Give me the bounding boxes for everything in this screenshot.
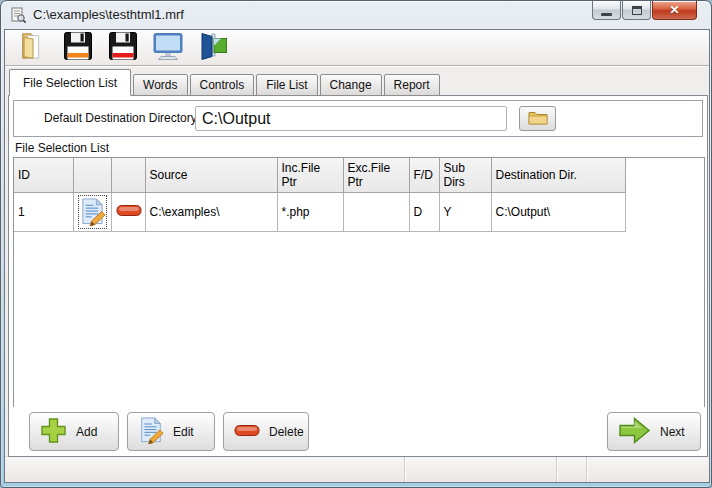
tab-words[interactable]: Words xyxy=(133,74,187,96)
maximize-icon xyxy=(632,6,642,15)
exit-button[interactable] xyxy=(193,31,233,65)
file-selection-panel: Default Destination Directory File Selec… xyxy=(8,95,708,457)
column-f-d: F/D xyxy=(409,158,439,192)
next-arrow-icon xyxy=(618,416,651,448)
client-area: File Selection List Words Controls File … xyxy=(4,29,710,483)
add-button[interactable]: Add xyxy=(29,412,119,451)
status-bar xyxy=(5,456,709,482)
minimize-button[interactable] xyxy=(592,1,621,20)
app-window: C:\examples\testhtml1.mrf ✕ xyxy=(0,0,712,488)
row-inc-file-ptr-cell: *.php xyxy=(277,192,343,231)
row-destination-dir-cell: C:\Output\ xyxy=(491,192,625,231)
file-selection-list-label: File Selection List xyxy=(15,141,109,155)
destination-directory-label: Default Destination Directory xyxy=(44,101,197,136)
toolbar xyxy=(5,30,709,66)
column-id: ID xyxy=(14,158,73,192)
file-selection-table: ID Source Inc.File Ptr Exc.File Ptr F/D … xyxy=(13,157,705,409)
tab-bar: File Selection List Words Controls File … xyxy=(9,69,442,96)
status-panel xyxy=(557,457,587,482)
tab-file-list[interactable]: File List xyxy=(256,74,317,96)
row-id-cell: 1 xyxy=(14,192,73,231)
window-title: C:\examples\testhtml1.mrf xyxy=(33,7,184,22)
row-sub-dirs-cell: Y xyxy=(439,192,491,231)
maximize-button[interactable] xyxy=(622,1,651,20)
row-source-cell: C:\examples\ xyxy=(145,192,277,231)
title-bar: C:\examples\testhtml1.mrf ✕ xyxy=(1,1,711,29)
table-row[interactable]: 1 xyxy=(14,192,625,231)
add-button-label: Add xyxy=(76,425,97,439)
tab-controls[interactable]: Controls xyxy=(190,74,255,96)
tab-change[interactable]: Change xyxy=(320,74,382,96)
save-floppy-orange-icon xyxy=(62,30,94,65)
view-button[interactable] xyxy=(148,31,188,65)
delete-minus-icon[interactable] xyxy=(116,206,142,220)
row-edit-cell[interactable] xyxy=(73,192,111,231)
close-button[interactable]: ✕ xyxy=(652,1,697,20)
column-sub-dirs: Sub Dirs xyxy=(439,158,491,192)
row-delete-cell[interactable] xyxy=(111,192,145,231)
status-panel xyxy=(587,457,709,482)
table-header-row: ID Source Inc.File Ptr Exc.File Ptr F/D … xyxy=(14,158,625,192)
column-exc-file-ptr: Exc.File Ptr xyxy=(343,158,409,192)
folder-icon xyxy=(528,110,548,128)
column-destination-dir: Destination Dir. xyxy=(491,158,625,192)
column-inc-file-ptr: Inc.File Ptr xyxy=(277,158,343,192)
browse-button[interactable] xyxy=(519,106,556,131)
row-exc-file-ptr-cell xyxy=(343,192,409,231)
column-delete xyxy=(111,158,145,192)
edit-document-icon xyxy=(138,416,164,448)
tab-report[interactable]: Report xyxy=(384,74,440,96)
tab-file-selection-list[interactable]: File Selection List xyxy=(9,69,131,96)
open-file-button[interactable] xyxy=(13,31,53,65)
edit-button[interactable]: Edit xyxy=(127,412,215,451)
folder-open-icon xyxy=(18,31,48,64)
delete-minus-icon xyxy=(234,424,260,440)
app-icon xyxy=(10,7,27,28)
destination-directory-input[interactable] xyxy=(195,106,507,131)
monitor-icon xyxy=(151,30,185,65)
edit-document-icon[interactable] xyxy=(78,195,107,229)
plus-icon xyxy=(40,417,67,447)
save-floppy-red-icon xyxy=(107,30,139,65)
next-button[interactable]: Next xyxy=(607,412,701,451)
action-button-row: Add xyxy=(9,407,707,456)
close-icon: ✕ xyxy=(669,2,679,19)
row-f-d-cell: D xyxy=(409,192,439,231)
destination-directory-group: Default Destination Directory xyxy=(13,100,703,137)
minimize-icon xyxy=(601,13,612,16)
column-source: Source xyxy=(145,158,277,192)
save-button[interactable] xyxy=(58,31,98,65)
save-as-button[interactable] xyxy=(103,31,143,65)
delete-button-label: Delete xyxy=(269,425,304,439)
status-panel xyxy=(5,457,405,482)
status-panel xyxy=(405,457,557,482)
delete-button[interactable]: Delete xyxy=(223,412,309,451)
exit-door-icon xyxy=(198,31,228,64)
edit-button-label: Edit xyxy=(173,425,194,439)
next-button-label: Next xyxy=(660,425,685,439)
column-edit xyxy=(73,158,111,192)
